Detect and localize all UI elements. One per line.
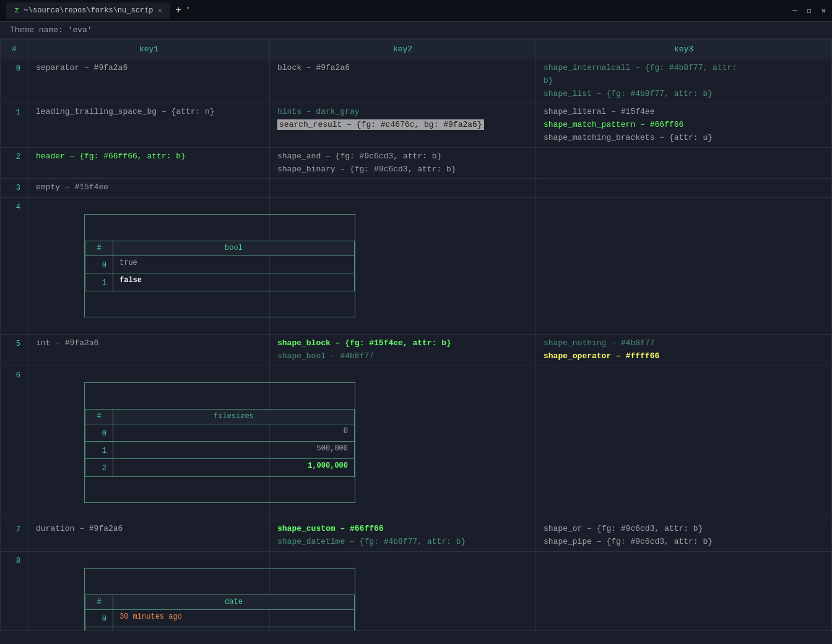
row-index: 7 (1, 520, 28, 552)
inner-col-filesizes: filesizes (113, 409, 355, 424)
inner-row-index: 1 (85, 627, 113, 630)
row-key3: shape_or – {fg: #9c6cd3, attr: b} shape_… (536, 520, 832, 552)
row-key3: shape_nothing – #4b8f77 shape_operator –… (536, 334, 832, 366)
row-index: 1 (1, 103, 28, 147)
row-key3 (536, 366, 832, 520)
row-key3: shape_internalcall – {fg: #4b8f77, attr:… (536, 59, 832, 103)
statusbar (0, 630, 832, 643)
minimize-button[interactable]: — (792, 6, 797, 15)
inner-row-index: 0 (85, 610, 113, 627)
table-row: 3 empty – #15f4ee (1, 179, 832, 197)
maximize-button[interactable]: ☐ (807, 6, 812, 15)
inner-col-bool: bool (113, 241, 355, 255)
theme-name-line: Theme name: 'eva' (0, 22, 832, 39)
row-key1: leading_trailing_space_bg – {attr: n} (28, 103, 270, 147)
inner-col-hash: # (85, 409, 113, 424)
col-header-index: # (1, 40, 28, 59)
row-index: 2 (1, 147, 28, 179)
inner-row-val: true (113, 256, 355, 273)
row-key3 (536, 179, 832, 197)
row-index: 3 (1, 179, 28, 197)
row-key1: header – {fg: #66ff66, attr: b} (28, 147, 270, 179)
row-key1: separator – #9fa2a6 (28, 59, 270, 103)
row-key2: shape_custom – #66ff66 shape_datetime – … (270, 520, 536, 552)
table-row: 2 header – {fg: #66ff66, attr: b} shape_… (1, 147, 832, 179)
inner-table-row: 0 true (85, 256, 355, 273)
inner-row-val: 3 hours ago (113, 627, 355, 630)
inner-row-val: 500,000 (113, 442, 355, 459)
inner-col-hash: # (85, 595, 113, 610)
close-button[interactable]: ✕ (821, 6, 826, 15)
inner-table-row: 0 0 (85, 424, 355, 442)
inner-col-date: date (113, 595, 355, 610)
tab-close-button[interactable]: ✕ (158, 7, 162, 14)
col-header-key1: key1 (28, 40, 270, 59)
row-index: 6 (1, 366, 28, 520)
row-index: 0 (1, 59, 28, 103)
tab-label: ~\source\repos\forks\nu_scrip (24, 6, 154, 15)
row-key2 (270, 179, 536, 197)
table-row: 7 duration – #9fa2a6 shape_custom – #66f… (1, 520, 832, 552)
row-key2: shape_block – {fg: #15f4ee, attr: b} sha… (270, 334, 536, 366)
row-key3 (536, 147, 832, 179)
row-index: 5 (1, 334, 28, 366)
row-index: 8 (1, 551, 28, 630)
inner-table-row: 2 1,000,000 (85, 459, 355, 476)
inner-row-val: false (113, 273, 355, 291)
window-controls: — ☐ ✕ (792, 6, 826, 15)
inner-col-hash: # (85, 241, 113, 255)
table-row: 5 int – #9fa2a6 shape_block – {fg: #15f4… (1, 334, 832, 366)
data-table-container[interactable]: # key1 key2 key3 0 separator – #9fa2a6 b… (0, 39, 832, 630)
table-row: 6 # filesizes 0 (1, 366, 832, 520)
titlebar: Σ ~\source\repos\forks\nu_scrip ✕ + ˅ — … (0, 0, 832, 22)
row-index: 4 (1, 197, 28, 334)
new-tab-button[interactable]: + (175, 5, 181, 16)
terminal-icon: Σ (15, 7, 19, 14)
inner-row-val: 30 minutes ago (113, 610, 355, 627)
table-row: 1 leading_trailing_space_bg – {attr: n} … (1, 103, 832, 147)
row-key2: block – #9fa2a6 (270, 59, 536, 103)
inner-table-row: 1 500,000 (85, 442, 355, 459)
inner-row-val: 1,000,000 (113, 459, 355, 476)
row-key1: duration – #9fa2a6 (28, 520, 270, 552)
main-table: # key1 key2 key3 0 separator – #9fa2a6 b… (0, 39, 832, 630)
row-key2: shape_and – {fg: #9c6cd3, attr: b} shape… (270, 147, 536, 179)
inner-table-row: 1 false (85, 273, 355, 291)
inner-row-index: 0 (85, 424, 113, 442)
row-key1: # filesizes 0 0 1 (28, 366, 270, 520)
table-row: 0 separator – #9fa2a6 block – #9fa2a6 sh… (1, 59, 832, 103)
col-header-key3: key3 (536, 40, 832, 59)
tab-dropdown-button[interactable]: ˅ (186, 6, 190, 15)
row-key1: # bool 0 true 1 (28, 197, 270, 334)
inner-table-row: 0 30 minutes ago (85, 610, 355, 627)
row-key2: hints – dark_gray search_result – {fg: #… (270, 103, 536, 147)
table-row: 8 # date 0 (1, 551, 832, 630)
row-key1: int – #9fa2a6 (28, 334, 270, 366)
table-row: 4 # bool 0 (1, 197, 832, 334)
inner-row-index: 2 (85, 459, 113, 476)
row-key3: shape_literal – #15f4ee shape_match_patt… (536, 103, 832, 147)
inner-row-val: 0 (113, 424, 355, 442)
row-key1: empty – #15f4ee (28, 179, 270, 197)
inner-row-index: 0 (85, 256, 113, 273)
col-header-key2: key2 (270, 40, 536, 59)
inner-row-index: 1 (85, 273, 113, 291)
row-key1: # date 0 30 minutes ago 1 (28, 551, 270, 630)
inner-table-row: 1 3 hours ago (85, 627, 355, 630)
row-key3 (536, 197, 832, 334)
tab-main[interactable]: Σ ~\source\repos\forks\nu_scrip ✕ (6, 2, 170, 19)
row-key3 (536, 551, 832, 630)
inner-row-index: 1 (85, 442, 113, 459)
